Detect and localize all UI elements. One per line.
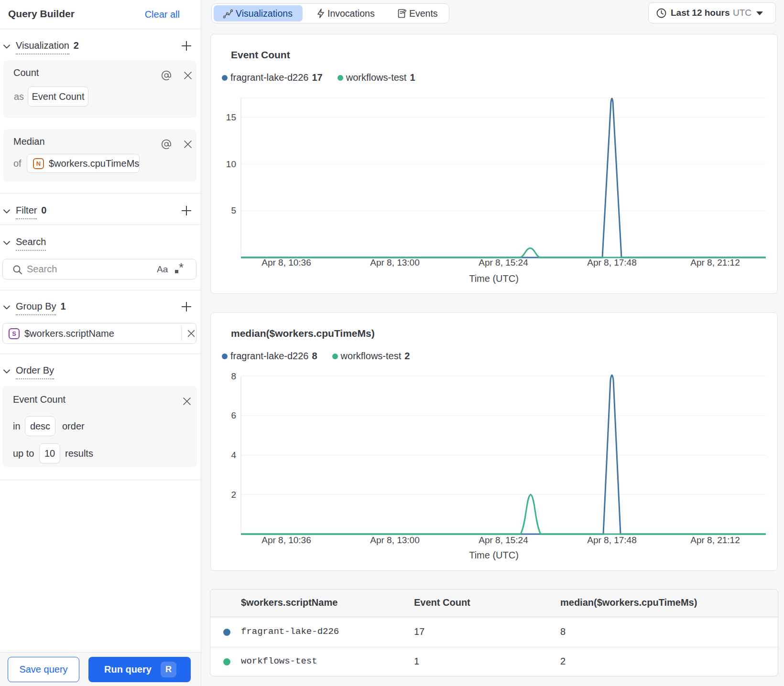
svg-text:Apr 8, 17:48: Apr 8, 17:48 (587, 257, 637, 268)
svg-text:Time (UTC): Time (UTC) (469, 273, 519, 284)
svg-text:15: 15 (226, 112, 236, 122)
svg-text:Apr 8, 21:12: Apr 8, 21:12 (690, 535, 740, 545)
svg-text:5: 5 (231, 205, 236, 215)
svg-text:4: 4 (231, 450, 236, 460)
svg-text:6: 6 (231, 410, 236, 420)
svg-text:8: 8 (231, 371, 236, 381)
svg-text:Apr 8, 10:36: Apr 8, 10:36 (261, 535, 311, 545)
svg-text:Apr 8, 17:48: Apr 8, 17:48 (587, 535, 637, 545)
svg-text:Apr 8, 15:24: Apr 8, 15:24 (479, 257, 528, 268)
svg-text:Time (UTC): Time (UTC) (469, 550, 519, 560)
svg-text:Apr 8, 13:00: Apr 8, 13:00 (370, 257, 420, 268)
svg-text:Apr 8, 15:24: Apr 8, 15:24 (479, 535, 528, 545)
svg-text:Apr 8, 13:00: Apr 8, 13:00 (370, 535, 420, 545)
svg-text:2: 2 (231, 490, 236, 500)
svg-text:Apr 8, 10:36: Apr 8, 10:36 (261, 257, 311, 268)
svg-text:Apr 8, 21:12: Apr 8, 21:12 (690, 257, 740, 268)
svg-text:10: 10 (226, 159, 236, 169)
